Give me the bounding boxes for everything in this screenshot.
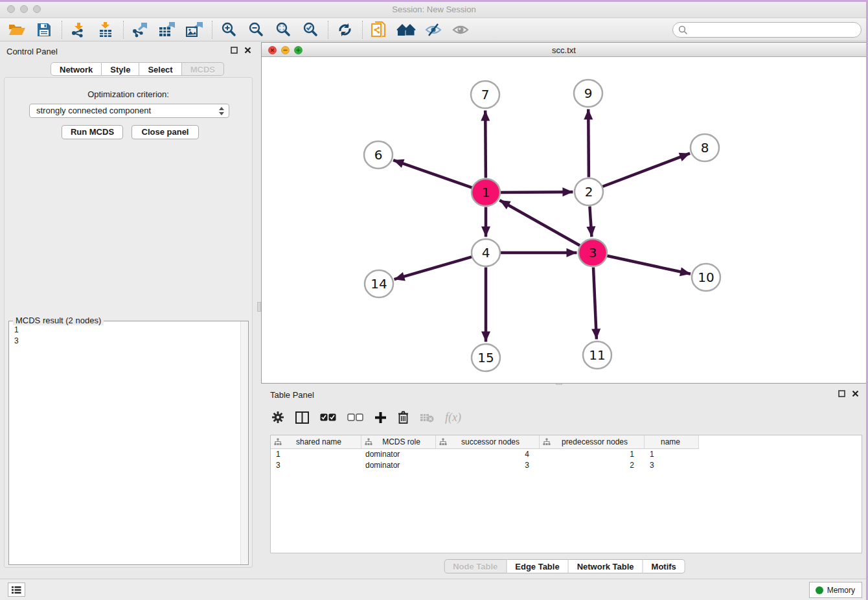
add-column-icon[interactable] [374, 411, 387, 424]
tab-mcds[interactable]: MCDS [182, 62, 224, 76]
zoom-selected-button[interactable] [299, 19, 322, 40]
table-row[interactable]: 3dominator323 [271, 460, 862, 471]
tab-edge-table[interactable]: Edge Table [507, 559, 568, 573]
save-session-button[interactable] [32, 19, 56, 40]
close-panel-button[interactable]: Close panel [131, 125, 199, 139]
table-body: 1dominator4113dominator323 [271, 449, 862, 471]
new-network-from-selection-button[interactable] [367, 19, 391, 40]
table-cell: 1 [540, 449, 645, 460]
tab-motifs[interactable]: Motifs [643, 559, 685, 573]
table-panel-header: Table Panel [261, 386, 868, 402]
graph-edge-1-2[interactable] [501, 192, 573, 192]
zoom-fit-button[interactable] [271, 19, 295, 40]
zoom-in-button[interactable] [217, 19, 240, 40]
graph-node-label-14: 14 [371, 276, 387, 292]
column-header-successor-nodes[interactable]: successor nodes [436, 435, 540, 449]
delete-table-icon[interactable] [420, 413, 434, 422]
graph-edge-2-8[interactable] [602, 154, 690, 187]
zoom-out-button[interactable] [244, 19, 268, 40]
show-all-button[interactable] [449, 19, 472, 40]
graph-node-label-4: 4 [482, 245, 490, 260]
mcds-result-value: 1 [14, 325, 248, 336]
table-header-row: shared name MCDS role successor nodes pr… [271, 435, 862, 449]
close-panel-icon[interactable] [244, 47, 251, 54]
graph-edge-1-7[interactable] [485, 111, 486, 178]
tab-style[interactable]: Style [102, 62, 139, 76]
memory-button[interactable]: Memory [809, 582, 862, 598]
task-history-button[interactable] [8, 583, 25, 597]
delete-column-trash-icon[interactable] [398, 411, 409, 424]
column-header-predecessor-nodes[interactable]: predecessor nodes [540, 435, 645, 449]
table-row[interactable]: 1dominator411 [271, 449, 862, 460]
optimization-criterion-label: Optimization criterion: [5, 89, 252, 99]
network-window-titlebar[interactable]: scc.txt [262, 43, 866, 57]
split-panel-icon[interactable] [295, 411, 309, 424]
column-label: shared name [282, 437, 361, 446]
import-network-icon [71, 22, 86, 38]
deselect-all-checkboxes-icon[interactable] [347, 413, 363, 421]
export-network-icon [132, 22, 148, 38]
tab-node-table[interactable]: Node Table [444, 559, 507, 573]
zoom-selected-icon [303, 22, 318, 37]
eye-slash-icon [425, 23, 442, 37]
export-image-button[interactable] [183, 19, 206, 40]
select-all-checkboxes-icon[interactable] [320, 413, 336, 421]
tab-select[interactable]: Select [139, 62, 181, 76]
criterion-select[interactable]: strongly connected component [29, 104, 229, 118]
network-canvas[interactable]: 1234678910111415 [262, 58, 866, 383]
toolbar-separator [212, 21, 212, 39]
table-cell: dominator [361, 449, 436, 460]
window-title: Session: New Session [0, 0, 868, 18]
refresh-icon [337, 23, 352, 37]
export-table-button[interactable] [155, 19, 179, 40]
table-cell: 3 [271, 460, 361, 471]
graph-edge-2-9[interactable] [588, 110, 589, 178]
graph-edge-3-11[interactable] [593, 268, 597, 340]
open-file-button[interactable] [5, 19, 29, 40]
table-cell: 3 [645, 460, 699, 471]
graph-node-label-9: 9 [584, 86, 593, 101]
control-panel-header: Control Panel [0, 42, 257, 59]
import-network-button[interactable] [67, 19, 90, 40]
houses-icon [396, 23, 416, 37]
run-mcds-button[interactable]: Run MCDS [62, 125, 123, 139]
search-input[interactable] [688, 23, 861, 36]
import-table-button[interactable] [94, 19, 117, 40]
tab-network[interactable]: Network [51, 62, 102, 76]
column-label: MCDS role [372, 437, 435, 446]
hide-selected-button[interactable] [422, 19, 445, 40]
graph-svg[interactable]: 1234678910111415 [262, 58, 866, 384]
column-header-name[interactable]: name [645, 435, 699, 449]
graph-edge-3-1[interactable] [499, 200, 580, 246]
result-scrollbar[interactable] [240, 321, 248, 564]
graph-node-label-10: 10 [698, 270, 714, 285]
column-header-mcds-role[interactable]: MCDS role [361, 435, 436, 449]
float-panel-icon[interactable] [231, 47, 238, 54]
function-builder-icon[interactable]: f(x) [445, 411, 461, 424]
column-label: name [648, 437, 698, 446]
table-settings-gear-icon[interactable] [271, 411, 284, 424]
apply-layout-button[interactable] [333, 19, 356, 40]
node-table[interactable]: shared name MCDS role successor nodes pr… [270, 435, 862, 553]
tab-network-table[interactable]: Network Table [569, 559, 643, 573]
float-panel-icon[interactable] [838, 390, 845, 397]
search-box[interactable] [672, 22, 862, 38]
mcds-result-title: MCDS result (2 nodes) [13, 316, 104, 325]
graph-node-label-3: 3 [589, 245, 597, 260]
toolbar-separator [62, 21, 62, 39]
graph-edge-2-3[interactable] [589, 207, 591, 237]
first-neighbors-button[interactable] [394, 19, 418, 40]
export-network-button[interactable] [128, 19, 152, 40]
export-image-icon [186, 22, 203, 38]
mcds-result-value: 3 [14, 336, 248, 347]
control-panel-title: Control Panel [6, 47, 58, 56]
graph-edge-1-6[interactable] [393, 160, 472, 188]
search-icon [678, 25, 688, 35]
graph-node-label-2: 2 [585, 184, 593, 200]
control-panel-tabs: Network Style Select MCDS [51, 62, 224, 76]
graph-node-label-15: 15 [477, 350, 494, 365]
graph-edge-4-14[interactable] [394, 257, 472, 279]
graph-edge-3-10[interactable] [607, 256, 691, 274]
column-header-shared-name[interactable]: shared name [271, 435, 361, 449]
close-panel-icon[interactable] [852, 390, 859, 397]
